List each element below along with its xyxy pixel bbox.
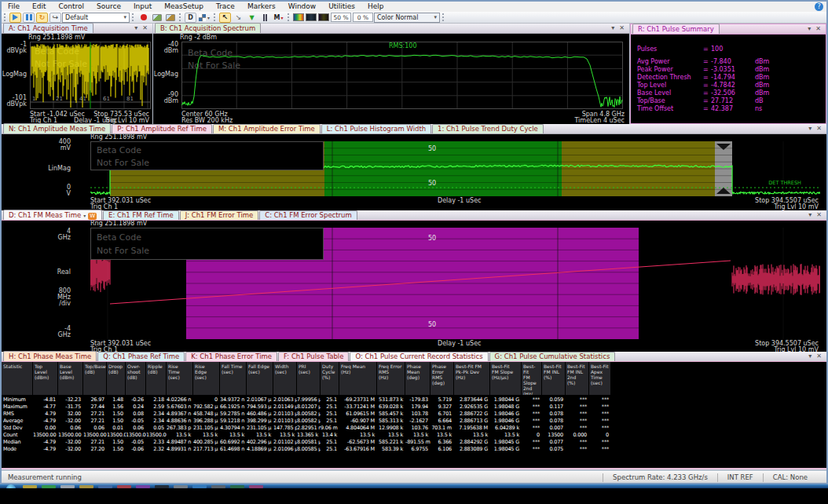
minimize-icon[interactable]: ▾ [805,24,813,34]
toolbar-grip[interactable] [132,13,134,21]
menu-item-meassetup[interactable]: MeasSetup [158,2,210,12]
taskbar-icon[interactable] [192,485,207,488]
help-icon[interactable]: ? [815,2,823,11]
layout-button[interactable]: ▾ [198,13,211,23]
menu-item-control[interactable]: Control [53,2,91,12]
stat-value-cell: 13500.00 [33,432,58,439]
tab-p[interactable]: P: Ch1 Amplitude Ref Time [112,124,212,133]
close-icon[interactable]: ✕ [813,24,823,34]
close-icon[interactable]: ✕ [814,210,824,220]
close-icon[interactable]: ✕ [814,351,824,361]
peak-marker-button[interactable]: ▼ [246,13,258,23]
tab-1[interactable]: 1: Ch1 Pulse Trend Duty Cycle [432,124,544,133]
tab-m[interactable]: M: Ch1 Amplitude Error Time [213,124,321,133]
stat-value-cell: *** [522,439,542,446]
tab-b[interactable]: B: Ch1 Acquisition Spectrum [155,23,261,33]
slope-tool-button[interactable]: ↘ [233,13,244,23]
tab-a[interactable]: A: Ch1 Acquisition Time [3,23,93,33]
taskbar-icon[interactable] [98,485,112,488]
display-button[interactable]: D [185,13,196,23]
tab-e[interactable]: E: Ch1 FM Ref Time [103,210,179,220]
toolbar-grip[interactable] [442,13,445,21]
chart-a-plot[interactable]: Beta CodeNot For Sale121416181 [30,42,151,109]
tab-j[interactable]: J: Ch1 FM Error Time [180,210,259,220]
taskbar-icon[interactable] [155,485,169,488]
save-trace-button[interactable] [164,13,176,23]
chart-n-plot[interactable]: DET THRESH5050Beta CodeNot For Sale [90,141,820,196]
pulse-number-label: 50 [428,235,436,242]
menu-item-help[interactable]: Help [361,2,390,12]
tab-c[interactable]: C: Ch1 FM Error Spectrum [259,210,357,220]
minimize-icon[interactable]: ▾ [806,123,814,133]
resize-grip[interactable] [817,472,826,483]
close-icon[interactable]: ✕ [814,123,824,133]
menu-item-window[interactable]: Window [282,2,323,12]
taskbar-icon[interactable] [136,485,150,488]
toolbar-grip[interactable] [179,13,181,21]
minimize-icon[interactable]: ▾ [806,210,814,220]
trigger-button[interactable]: ↪ [49,13,61,23]
band-marker-button[interactable] [259,13,271,23]
menu-item-markers[interactable]: Markers [241,2,282,12]
start-button[interactable] [6,484,16,488]
menu-item-utilities[interactable]: Utilities [322,2,361,12]
minimize-icon[interactable]: ▾ [806,351,814,361]
minimize-icon[interactable]: ▾ [132,23,140,33]
taskbar-icon[interactable] [23,485,37,488]
colormap-dark-button[interactable] [306,13,317,21]
toolbar-grip[interactable] [214,13,216,21]
tab-g[interactable]: G: Ch1 Pulse Cumulative Statistics [489,352,616,361]
svg-text:1: 1 [32,96,35,102]
menu-item-trace[interactable]: Trace [210,2,241,12]
stat-value-cell: 13500.00 [58,432,83,439]
close-icon[interactable]: ✕ [617,23,627,33]
tab-h[interactable]: H: Ch1 Phase Meas Time [3,351,97,361]
tab-k[interactable]: K: Ch1 Phase Error Time [185,352,277,361]
screenshot-button[interactable] [151,13,163,23]
taskbar-icon[interactable] [42,485,56,488]
taskbar-icon[interactable] [117,485,131,488]
select-tool-button[interactable]: ↖ [219,13,231,23]
tab-l[interactable]: L: Ch1 Pulse Histogram Width [321,124,431,133]
record-button[interactable] [137,13,149,23]
toolbar-grip[interactable] [4,13,6,21]
markers-button[interactable]: M▾ [273,13,284,23]
brightness-field[interactable]: 50 % [331,13,351,22]
chevron-down-icon[interactable]: ▾ [83,213,86,218]
stat-value-cell: 6.9755 [405,446,430,453]
tab-o[interactable]: O: Ch1 Pulse Current Record Statistics [350,352,488,361]
menu-item-file[interactable]: File [2,2,26,12]
chart-d-plot[interactable]: 5050Beta CodeNot For Sale [90,228,820,339]
taskbar-icon[interactable] [230,485,244,488]
menu-item-edit[interactable]: Edit [26,2,52,12]
preset-dropdown[interactable]: Default ▾ [62,13,130,23]
close-icon[interactable]: ✕ [140,23,150,33]
taskbar-icon[interactable] [60,485,75,488]
toolbar-grip[interactable] [288,13,290,21]
contrast-field[interactable]: 0 % [353,13,373,22]
tab-n[interactable]: N: Ch1 Amplitude Meas Time [3,123,111,133]
stat-value-cell: *** [589,418,611,425]
delay-readout: Delay -1 uSec [438,341,481,347]
taskbar-icon[interactable] [211,485,225,488]
tab-q[interactable]: Q: Ch1 Phase Ref Time [97,352,185,361]
stat-value-cell: 13500.00 [83,432,107,439]
taskbar-icon[interactable] [174,485,188,488]
color-mode-dropdown[interactable]: Color Normal ▾ [374,13,440,23]
restart-button[interactable]: ↻ [36,13,48,23]
colormap-spectro-button[interactable] [318,13,329,21]
play-button[interactable] [9,13,21,23]
tab-r[interactable]: R: Ch1 Pulse Summary [632,24,720,34]
tab-d[interactable]: D: Ch1 FM Meas Time▾W [3,210,102,220]
stat-value-cell: 0.05 [146,425,167,432]
stat-value-cell: 0.000 [566,432,589,439]
taskbar-icon[interactable] [249,485,263,488]
taskbar-icon[interactable] [79,485,93,488]
menu-item-input[interactable]: Input [127,2,158,12]
tab-f[interactable]: F: Ch1 Pulse Table [278,352,349,361]
menu-item-source[interactable]: Source [90,2,127,12]
chart-b-plot[interactable]: Beta CodeNot For SaleRMS:100 [181,42,623,109]
minimize-icon[interactable]: ▾ [609,23,617,33]
colormap-rainbow-button[interactable] [293,13,304,21]
pause-button[interactable] [23,13,35,23]
